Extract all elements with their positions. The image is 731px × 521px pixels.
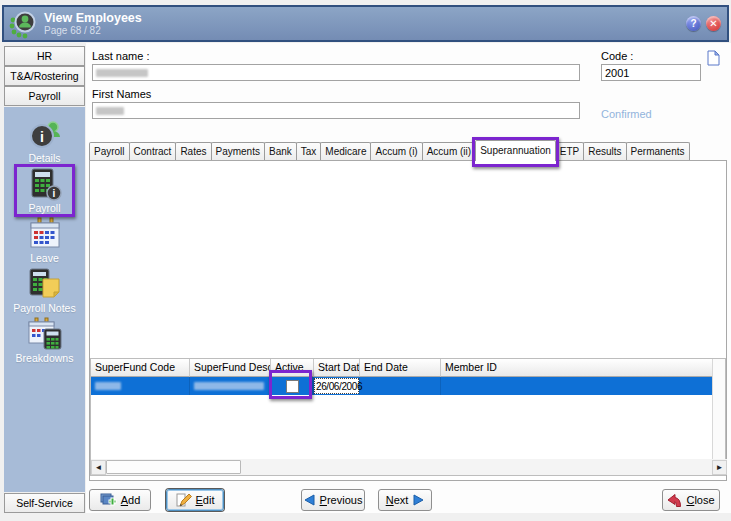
horizontal-scrollbar: ◄ ► [91, 459, 727, 475]
tab-rates[interactable]: Rates [175, 142, 211, 161]
add-folder-icon [100, 493, 117, 507]
next-button[interactable]: Next [378, 489, 432, 511]
table-row-selected[interactable]: 26/06/2006 [91, 377, 713, 395]
sidebar-item-label: Leave [30, 252, 59, 264]
view-employees-window: View Employees Page 68 / 82 ? ✕ HR T&A/R… [0, 0, 731, 521]
first-names-input[interactable] [92, 102, 580, 119]
next-arrow-icon [412, 494, 424, 506]
close-label: Close [686, 494, 714, 506]
active-checkbox[interactable] [286, 380, 299, 393]
calendar-icon [26, 217, 64, 251]
add-label: Add [121, 494, 141, 506]
calendar-calculator-icon [26, 317, 64, 351]
sidebar-item-payroll[interactable]: i Payroll [4, 167, 85, 217]
col-end-date[interactable]: End Date [360, 359, 441, 377]
col-start-date[interactable]: Start Date [314, 359, 360, 377]
tab-accum-ii[interactable]: Accum (ii) [422, 142, 476, 161]
last-name-label: Last name : [92, 50, 149, 62]
tab-results[interactable]: Results [583, 142, 626, 161]
tab-bank[interactable]: Bank [264, 142, 297, 161]
col-superfund-description[interactable]: SuperFund Description [190, 359, 271, 377]
cell-active [271, 377, 314, 395]
code-label: Code : [601, 50, 633, 62]
cell-superfund-description [190, 377, 271, 395]
redacted-first-names [96, 107, 124, 115]
vertical-scrollbar-track [712, 359, 725, 460]
previous-label: Previous [320, 494, 363, 506]
sidebar-item-label: Breakdowns [16, 352, 74, 364]
col-active[interactable]: Active [271, 359, 314, 377]
redacted-last-name [96, 69, 148, 77]
window-title: View Employees [44, 11, 142, 25]
window-subtitle: Page 68 / 82 [44, 25, 142, 37]
tab-accum-i[interactable]: Accum (i) [370, 142, 422, 161]
close-arrow-icon [667, 494, 682, 507]
calculator-info-icon: i [26, 167, 64, 201]
sidebar-item-label: Payroll Notes [13, 302, 75, 314]
edit-pencil-icon [176, 493, 192, 507]
cell-start-date: 26/06/2006 [314, 377, 360, 395]
next-label: Next [386, 494, 409, 506]
tab-etp[interactable]: ETP [555, 142, 584, 161]
scrollbar-thumb[interactable] [106, 460, 241, 474]
redacted-superfund-description [194, 382, 264, 390]
sidebar-item-payroll-notes[interactable]: Payroll Notes [4, 267, 85, 317]
tab-permanents[interactable]: Permanents [626, 142, 690, 161]
sidebar-item-details[interactable]: i Details [4, 117, 85, 167]
tab-contract[interactable]: Contract [129, 142, 177, 161]
calculator-note-icon [26, 267, 64, 301]
sidebar-item-label: Payroll [28, 202, 60, 214]
cell-superfund-code [91, 377, 190, 395]
start-date-value: 26/06/2006 [314, 378, 359, 394]
sidebar-tab-ta-rostering[interactable]: T&A/Rostering [4, 66, 85, 86]
tab-label: Superannuation [480, 145, 551, 156]
scroll-left-icon[interactable]: ◄ [91, 460, 106, 475]
sidebar-item-leave[interactable]: Leave [4, 217, 85, 267]
close-button[interactable]: Close [662, 489, 720, 511]
sidebar-item-label: Details [28, 152, 60, 164]
edit-label: Edit [196, 494, 215, 506]
col-superfund-code[interactable]: SuperFund Code [91, 359, 190, 377]
tab-medicare[interactable]: Medicare [320, 142, 371, 161]
superfund-table: SuperFund Code SuperFund Description Act… [90, 358, 726, 476]
person-info-icon: i [26, 117, 64, 151]
sidebar-nav: i Details i Payroll [4, 107, 85, 492]
tab-payroll[interactable]: Payroll [89, 142, 130, 161]
first-names-label: First Names [92, 88, 151, 100]
tab-tax[interactable]: Tax [296, 142, 322, 161]
sidebar-tab-payroll[interactable]: Payroll [4, 86, 85, 106]
last-name-input[interactable] [92, 64, 580, 81]
close-icon[interactable]: ✕ [706, 16, 721, 31]
scroll-right-icon[interactable]: ► [712, 460, 727, 475]
sidebar-tab-self-service[interactable]: Self-Service [4, 493, 85, 513]
svg-text:i: i [40, 129, 44, 145]
add-button[interactable]: Add [89, 489, 151, 511]
previous-arrow-icon [304, 494, 316, 506]
previous-button[interactable]: Previous [301, 489, 365, 511]
sidebar-tab-hr[interactable]: HR [4, 46, 85, 66]
tab-superannuation[interactable]: Superannuation [475, 140, 556, 161]
sidebar-item-breakdowns[interactable]: Breakdowns [4, 317, 85, 367]
svg-text:i: i [52, 188, 55, 199]
record-tabstrip: Payroll Contract Rates Payments Bank Tax… [89, 141, 727, 161]
cell-member-id [441, 377, 713, 395]
titlebar: View Employees Page 68 / 82 ? ✕ [2, 5, 729, 42]
tab-payments[interactable]: Payments [211, 142, 265, 161]
code-input[interactable]: 2001 [601, 64, 701, 81]
edit-button[interactable]: Edit [166, 489, 224, 511]
redacted-superfund-code [95, 382, 121, 390]
help-icon[interactable]: ? [686, 16, 701, 31]
cell-end-date [360, 377, 441, 395]
table-header-row: SuperFund Code SuperFund Description Act… [91, 359, 725, 377]
status-badge: Confirmed [601, 108, 652, 120]
app-employees-icon [8, 9, 38, 39]
new-page-icon[interactable] [707, 50, 720, 66]
col-member-id[interactable]: Member ID [441, 359, 725, 377]
